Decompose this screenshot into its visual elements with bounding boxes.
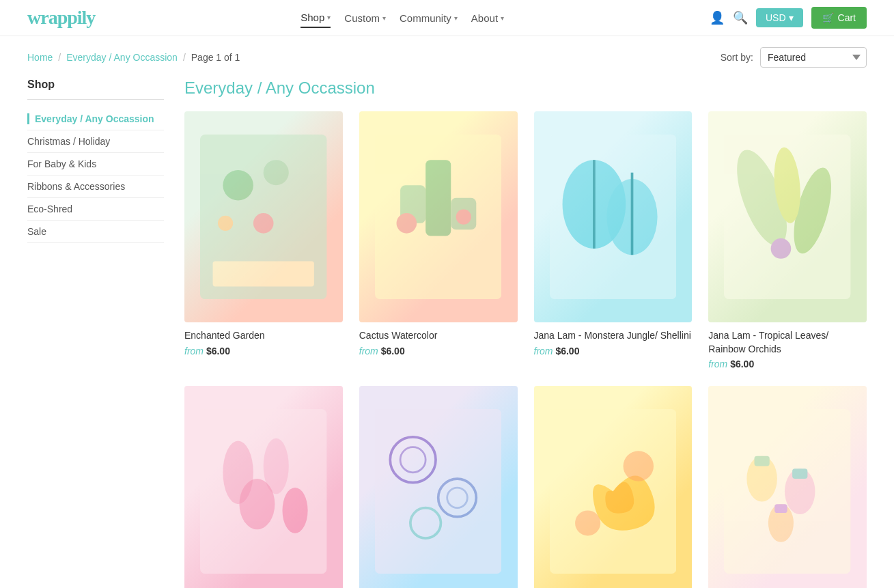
account-button[interactable]: 👤 <box>710 10 725 25</box>
product-price-cactus: from $6.00 <box>359 346 518 356</box>
product-card-nautilus[interactable]: Jana Lam - Nautilus/ Aloha Flower from $… <box>534 386 693 588</box>
sidebar-item-ribbons[interactable]: Ribbons & Accessories <box>27 176 164 198</box>
svg-point-35 <box>575 510 600 535</box>
breadcrumb-bar: Home / Everyday / Any Occassion / Page 1… <box>0 36 894 79</box>
main-nav: Shop ▾ Custom ▾ Community ▾ About ▾ <box>301 8 504 28</box>
svg-rect-42 <box>775 504 788 513</box>
sidebar-item-ecoshred[interactable]: Eco-Shred <box>27 198 164 221</box>
product-name-cactus: Cactus Watercolor <box>359 329 518 343</box>
cart-icon: 🛒 <box>822 12 834 23</box>
sidebar-nav: Everyday / Any Occassion Christmas / Hol… <box>27 108 164 243</box>
sidebar-title: Shop <box>27 79 164 100</box>
product-card-tropical[interactable]: Jana Lam - Tropical Leaves/ Rainbow Orch… <box>708 111 867 369</box>
svg-rect-40 <box>793 468 808 479</box>
svg-point-10 <box>396 213 417 234</box>
breadcrumb-home[interactable]: Home <box>27 52 53 63</box>
sidebar: Shop Everyday / Any Occassion Christmas … <box>27 79 164 588</box>
svg-rect-5 <box>213 261 314 286</box>
svg-point-26 <box>283 488 308 533</box>
product-card-monstera[interactable]: Jana Lam - Monstera Jungle/ Shellini fro… <box>534 111 693 369</box>
custom-chevron: ▾ <box>382 14 386 22</box>
currency-chevron: ▾ <box>789 12 794 23</box>
product-image-cactus <box>359 111 518 322</box>
product-image-nautilus <box>534 386 693 588</box>
svg-point-2 <box>264 160 289 185</box>
cart-button[interactable]: 🛒 Cart <box>811 7 867 29</box>
product-price-enchanted: from $6.00 <box>184 346 343 356</box>
site-logo[interactable]: wrappily <box>27 7 95 29</box>
nav-custom[interactable]: Custom ▾ <box>344 9 386 27</box>
nav-about[interactable]: About ▾ <box>471 9 504 27</box>
main-content: Shop Everyday / Any Occassion Christmas … <box>0 79 894 588</box>
product-name-monstera: Jana Lam - Monstera Jungle/ Shellini <box>534 329 693 343</box>
product-price-tropical: from $6.00 <box>708 359 867 369</box>
breadcrumb-page: Page 1 of 1 <box>191 52 240 63</box>
search-button[interactable]: 🔍 <box>733 10 748 25</box>
sort-select[interactable]: Featured Price: Low to High Price: High … <box>760 47 867 68</box>
svg-point-4 <box>218 216 233 231</box>
breadcrumb: Home / Everyday / Any Occassion / Page 1… <box>27 52 240 63</box>
product-image-tropical <box>708 111 867 322</box>
svg-point-25 <box>240 479 275 529</box>
product-image-enchanted <box>184 111 343 322</box>
product-card-sand-dollars[interactable]: Jana Lam - Sand Dollars/ Fiesta Pina fro… <box>359 386 518 588</box>
sort-label: Sort by: <box>721 52 753 63</box>
product-price-monstera: from $6.00 <box>534 346 693 356</box>
product-name-enchanted: Enchanted Garden <box>184 329 343 343</box>
product-section: Everyday / Any Occassion <box>184 79 867 588</box>
shop-chevron: ▾ <box>327 14 331 21</box>
nav-shop[interactable]: Shop ▾ <box>301 8 331 28</box>
currency-button[interactable]: USD ▾ <box>756 8 803 27</box>
sidebar-item-christmas[interactable]: Christmas / Holiday <box>27 130 164 153</box>
svg-rect-38 <box>755 456 770 466</box>
sort-area: Sort by: Featured Price: Low to High Pri… <box>721 47 867 68</box>
svg-point-34 <box>623 451 653 481</box>
product-card-enchanted-garden[interactable]: Enchanted Garden from $6.00 <box>184 111 343 369</box>
product-card-pineapple-blush[interactable]: Jana Lam - Pineapple Blush/ Sea Flower f… <box>184 386 343 588</box>
svg-rect-7 <box>425 160 451 236</box>
product-image-pineapple-pinks <box>708 386 867 588</box>
page-heading: Everyday / Any Occassion <box>184 79 867 98</box>
svg-point-11 <box>456 209 471 224</box>
sidebar-item-sale[interactable]: Sale <box>27 221 164 243</box>
svg-point-21 <box>771 238 792 259</box>
product-image-monstera <box>534 111 693 322</box>
product-image-pineapple-blush <box>184 386 343 588</box>
product-grid: Enchanted Garden from $6.00 <box>184 111 867 588</box>
nav-community[interactable]: Community ▾ <box>400 9 458 27</box>
product-card-pineapple-pinks[interactable]: Jana Lam - Pineapples/ Monster Pinks fro… <box>708 386 867 588</box>
breadcrumb-category[interactable]: Everyday / Any Occassion <box>66 52 178 63</box>
breadcrumb-sep-1: / <box>58 52 61 63</box>
about-chevron: ▾ <box>501 14 504 22</box>
sidebar-item-everyday[interactable]: Everyday / Any Occassion <box>27 108 164 130</box>
product-card-cactus[interactable]: Cactus Watercolor from $6.00 <box>359 111 518 369</box>
sidebar-item-baby[interactable]: For Baby & Kids <box>27 153 164 176</box>
product-name-tropical: Jana Lam - Tropical Leaves/ Rainbow Orch… <box>708 329 867 356</box>
product-image-sand-dollars <box>359 386 518 588</box>
svg-point-1 <box>223 170 253 200</box>
breadcrumb-sep-2: / <box>183 52 186 63</box>
header-actions: 👤 🔍 USD ▾ 🛒 Cart <box>710 7 867 29</box>
community-chevron: ▾ <box>454 14 458 22</box>
svg-point-3 <box>253 213 274 234</box>
site-header: wrappily Shop ▾ Custom ▾ Community ▾ Abo… <box>0 0 894 36</box>
